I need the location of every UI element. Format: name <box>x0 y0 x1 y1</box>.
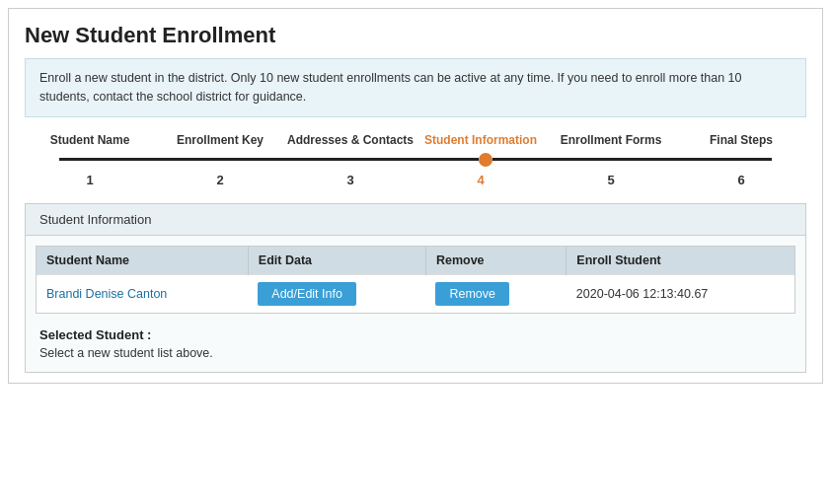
edit-data-cell: Add/Edit Info <box>248 274 425 313</box>
step-label-3: Addresses & Contacts <box>285 133 416 147</box>
step-label-4: Student Information <box>416 133 546 147</box>
page-title: New Student Enrollment <box>9 9 822 58</box>
table-header-row: Student Name Edit Data Remove Enroll Stu… <box>37 247 794 275</box>
track-seg-5 <box>632 158 772 161</box>
step-label-2: Enrollment Key <box>155 133 285 147</box>
col-edit-data: Edit Data <box>248 247 425 275</box>
enroll-date-cell: 2020-04-06 12:13:40.67 <box>567 274 794 313</box>
track-seg-1 <box>59 158 199 161</box>
step-labels-row: Student Name Enrollment Key Addresses & … <box>25 133 806 151</box>
step-label-1: Student Name <box>25 133 155 147</box>
step-label-6: Final Steps <box>676 133 806 147</box>
col-student-name: Student Name <box>37 247 248 275</box>
step-number-5: 5 <box>546 173 676 187</box>
step-track <box>25 151 806 169</box>
selected-student-hint: Select a new student list above. <box>39 346 792 360</box>
track-seg-4 <box>492 158 633 161</box>
col-enroll-student: Enroll Student <box>567 247 794 275</box>
step-label-5: Enrollment Forms <box>546 133 676 147</box>
selected-student-label: Selected Student : <box>39 327 792 342</box>
section-header: Student Information <box>26 204 805 236</box>
remove-cell: Remove <box>425 274 566 313</box>
track-seg-3 <box>339 158 479 161</box>
steps-section: Student Name Enrollment Key Addresses & … <box>9 127 822 197</box>
table-row: Brandi Denise Canton Add/Edit Info Remov… <box>37 274 794 313</box>
step-numbers-row: 1 2 3 4 5 6 <box>25 169 806 197</box>
active-step-dot <box>479 153 492 167</box>
step-number-1: 1 <box>25 173 155 187</box>
col-remove: Remove <box>425 247 566 275</box>
selected-section: Selected Student : Select a new student … <box>26 320 805 362</box>
student-table: Student Name Edit Data Remove Enroll Stu… <box>37 247 794 313</box>
step-number-4: 4 <box>416 173 546 187</box>
add-edit-info-button[interactable]: Add/Edit Info <box>258 282 356 306</box>
info-banner: Enroll a new student in the district. On… <box>25 58 806 117</box>
student-name-cell: Brandi Denise Canton <box>37 274 248 313</box>
step-number-6: 6 <box>676 173 806 187</box>
student-table-container: Student Name Edit Data Remove Enroll Stu… <box>36 246 795 314</box>
content-area: Student Information Student Name Edit Da… <box>25 203 806 373</box>
student-name-link[interactable]: Brandi Denise Canton <box>46 287 167 301</box>
step-number-3: 3 <box>285 173 416 187</box>
track-seg-2 <box>199 158 340 161</box>
step-number-2: 2 <box>155 173 285 187</box>
remove-button[interactable]: Remove <box>435 282 509 306</box>
